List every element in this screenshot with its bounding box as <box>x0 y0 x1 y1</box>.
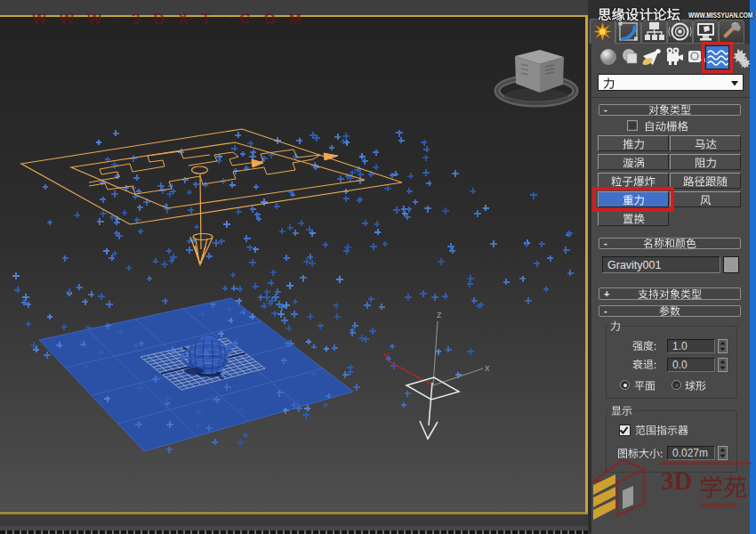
svg-text:Y: Y <box>382 351 390 361</box>
svg-text:z: z <box>437 309 442 320</box>
svg-text:x: x <box>485 362 490 373</box>
